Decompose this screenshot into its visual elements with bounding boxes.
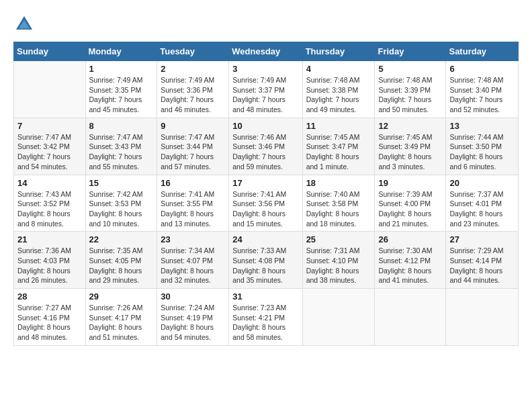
- calendar-cell: 21Sunrise: 7:36 AMSunset: 4:03 PMDayligh…: [14, 232, 86, 289]
- calendar-week-3: 14Sunrise: 7:43 AMSunset: 3:52 PMDayligh…: [14, 175, 519, 232]
- day-info: Sunrise: 7:44 AMSunset: 3:50 PMDaylight:…: [449, 132, 515, 172]
- calendar-cell: 20Sunrise: 7:37 AMSunset: 4:01 PMDayligh…: [446, 175, 519, 232]
- day-number: 9: [161, 121, 225, 131]
- day-number: 1: [89, 64, 154, 74]
- calendar-cell: 13Sunrise: 7:44 AMSunset: 3:50 PMDayligh…: [446, 118, 519, 175]
- day-number: 14: [17, 178, 82, 188]
- day-info: Sunrise: 7:41 AMSunset: 3:56 PMDaylight:…: [232, 189, 298, 229]
- day-number: 13: [449, 121, 515, 131]
- weekday-header-sunday: Sunday: [14, 42, 86, 61]
- day-number: 30: [161, 291, 225, 302]
- weekday-header-tuesday: Tuesday: [157, 42, 229, 61]
- day-info: Sunrise: 7:43 AMSunset: 3:52 PMDaylight:…: [17, 189, 82, 229]
- calendar-cell: 14Sunrise: 7:43 AMSunset: 3:52 PMDayligh…: [14, 175, 86, 232]
- weekday-header-saturday: Saturday: [446, 42, 519, 61]
- calendar-cell: 1Sunrise: 7:49 AMSunset: 3:35 PMDaylight…: [85, 61, 157, 118]
- day-number: 24: [232, 234, 298, 244]
- day-number: 10: [232, 121, 298, 131]
- calendar-cell: 25Sunrise: 7:31 AMSunset: 4:10 PMDayligh…: [302, 232, 375, 289]
- calendar-cell: 3Sunrise: 7:49 AMSunset: 3:37 PMDaylight…: [229, 61, 302, 118]
- calendar-cell: 4Sunrise: 7:48 AMSunset: 3:38 PMDaylight…: [302, 61, 375, 118]
- calendar-cell: 17Sunrise: 7:41 AMSunset: 3:56 PMDayligh…: [229, 175, 302, 232]
- calendar-cell: [302, 289, 375, 346]
- day-info: Sunrise: 7:37 AMSunset: 4:01 PMDaylight:…: [449, 189, 515, 229]
- weekday-header-thursday: Thursday: [302, 42, 375, 61]
- day-number: 28: [17, 291, 82, 302]
- day-info: Sunrise: 7:23 AMSunset: 4:21 PMDaylight:…: [232, 303, 298, 342]
- day-info: Sunrise: 7:48 AMSunset: 3:40 PMDaylight:…: [449, 75, 515, 115]
- calendar-cell: 15Sunrise: 7:42 AMSunset: 3:53 PMDayligh…: [85, 175, 157, 232]
- day-number: 29: [89, 291, 154, 302]
- weekday-header-monday: Monday: [85, 42, 157, 61]
- calendar-cell: 18Sunrise: 7:40 AMSunset: 3:58 PMDayligh…: [302, 175, 375, 232]
- calendar-cell: 30Sunrise: 7:24 AMSunset: 4:19 PMDayligh…: [157, 289, 229, 346]
- day-info: Sunrise: 7:35 AMSunset: 4:05 PMDaylight:…: [89, 246, 154, 285]
- day-number: 20: [449, 178, 515, 188]
- day-number: 25: [306, 234, 371, 244]
- day-info: Sunrise: 7:26 AMSunset: 4:17 PMDaylight:…: [89, 303, 154, 342]
- day-number: 12: [378, 121, 442, 131]
- weekday-header-wednesday: Wednesday: [229, 42, 302, 61]
- calendar-cell: 31Sunrise: 7:23 AMSunset: 4:21 PMDayligh…: [229, 289, 302, 346]
- day-number: 2: [161, 64, 225, 74]
- day-info: Sunrise: 7:33 AMSunset: 4:08 PMDaylight:…: [232, 246, 298, 285]
- calendar-table: SundayMondayTuesdayWednesdayThursdayFrid…: [13, 42, 519, 346]
- day-info: Sunrise: 7:24 AMSunset: 4:19 PMDaylight:…: [161, 303, 225, 342]
- calendar-cell: 5Sunrise: 7:48 AMSunset: 3:39 PMDaylight…: [375, 61, 446, 118]
- logo-icon: [13, 13, 35, 35]
- day-number: 7: [17, 121, 82, 131]
- calendar-cell: 2Sunrise: 7:49 AMSunset: 3:36 PMDaylight…: [157, 61, 229, 118]
- calendar-cell: 24Sunrise: 7:33 AMSunset: 4:08 PMDayligh…: [229, 232, 302, 289]
- day-info: Sunrise: 7:31 AMSunset: 4:10 PMDaylight:…: [306, 246, 371, 285]
- day-number: 8: [89, 121, 154, 131]
- day-info: Sunrise: 7:47 AMSunset: 3:42 PMDaylight:…: [17, 132, 82, 172]
- weekday-header-row: SundayMondayTuesdayWednesdayThursdayFrid…: [14, 42, 519, 61]
- calendar-cell: 26Sunrise: 7:30 AMSunset: 4:12 PMDayligh…: [375, 232, 446, 289]
- day-number: 22: [89, 234, 154, 244]
- day-number: 17: [232, 178, 298, 188]
- day-number: 3: [232, 64, 298, 74]
- day-info: Sunrise: 7:27 AMSunset: 4:16 PMDaylight:…: [17, 303, 82, 342]
- calendar-cell: 28Sunrise: 7:27 AMSunset: 4:16 PMDayligh…: [14, 289, 86, 346]
- day-number: 23: [161, 234, 225, 244]
- calendar-cell: 6Sunrise: 7:48 AMSunset: 3:40 PMDaylight…: [446, 61, 519, 118]
- day-number: 11: [306, 121, 371, 131]
- calendar-cell: [14, 61, 86, 118]
- calendar-cell: 12Sunrise: 7:45 AMSunset: 3:49 PMDayligh…: [375, 118, 446, 175]
- day-number: 27: [449, 234, 515, 244]
- calendar-cell: 27Sunrise: 7:29 AMSunset: 4:14 PMDayligh…: [446, 232, 519, 289]
- calendar-cell: 8Sunrise: 7:47 AMSunset: 3:43 PMDaylight…: [85, 118, 157, 175]
- calendar-cell: [375, 289, 446, 346]
- calendar-cell: 9Sunrise: 7:47 AMSunset: 3:44 PMDaylight…: [157, 118, 229, 175]
- calendar-week-2: 7Sunrise: 7:47 AMSunset: 3:42 PMDaylight…: [14, 118, 519, 175]
- day-info: Sunrise: 7:47 AMSunset: 3:43 PMDaylight:…: [89, 132, 154, 172]
- calendar-cell: [446, 289, 519, 346]
- calendar-cell: 11Sunrise: 7:45 AMSunset: 3:47 PMDayligh…: [302, 118, 375, 175]
- day-number: 19: [378, 178, 442, 188]
- day-info: Sunrise: 7:30 AMSunset: 4:12 PMDaylight:…: [378, 246, 442, 285]
- calendar-cell: 7Sunrise: 7:47 AMSunset: 3:42 PMDaylight…: [14, 118, 86, 175]
- day-info: Sunrise: 7:42 AMSunset: 3:53 PMDaylight:…: [89, 189, 154, 229]
- day-info: Sunrise: 7:49 AMSunset: 3:35 PMDaylight:…: [89, 75, 154, 115]
- day-number: 15: [89, 178, 154, 188]
- day-number: 16: [161, 178, 225, 188]
- day-number: 4: [306, 64, 371, 74]
- day-info: Sunrise: 7:49 AMSunset: 3:37 PMDaylight:…: [232, 75, 298, 115]
- calendar-cell: 23Sunrise: 7:34 AMSunset: 4:07 PMDayligh…: [157, 232, 229, 289]
- day-info: Sunrise: 7:34 AMSunset: 4:07 PMDaylight:…: [161, 246, 225, 285]
- logo: [13, 13, 38, 35]
- day-number: 18: [306, 178, 371, 188]
- calendar-week-5: 28Sunrise: 7:27 AMSunset: 4:16 PMDayligh…: [14, 289, 519, 346]
- day-info: Sunrise: 7:45 AMSunset: 3:47 PMDaylight:…: [306, 132, 371, 172]
- calendar-cell: 19Sunrise: 7:39 AMSunset: 4:00 PMDayligh…: [375, 175, 446, 232]
- day-info: Sunrise: 7:45 AMSunset: 3:49 PMDaylight:…: [378, 132, 442, 172]
- day-number: 6: [449, 64, 515, 74]
- calendar-cell: 22Sunrise: 7:35 AMSunset: 4:05 PMDayligh…: [85, 232, 157, 289]
- day-info: Sunrise: 7:47 AMSunset: 3:44 PMDaylight:…: [161, 132, 225, 172]
- day-number: 26: [378, 234, 442, 244]
- day-number: 31: [232, 291, 298, 302]
- calendar-cell: 16Sunrise: 7:41 AMSunset: 3:55 PMDayligh…: [157, 175, 229, 232]
- day-info: Sunrise: 7:39 AMSunset: 4:00 PMDaylight:…: [378, 189, 442, 229]
- day-number: 21: [17, 234, 82, 244]
- weekday-header-friday: Friday: [375, 42, 446, 61]
